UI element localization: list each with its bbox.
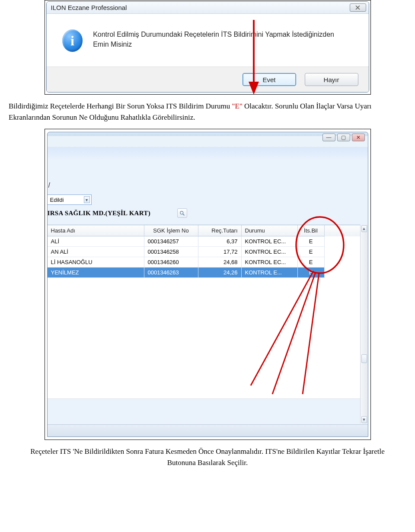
table-row[interactable]: YENİLMEZ000134626324,26KONTROL E...E [48,268,360,278]
col-its[interactable]: İts.Bil [298,225,325,236]
cell-hasta: AN ALİ [48,247,144,257]
yes-button[interactable]: Evet [243,73,296,86]
cell-its: E [298,236,325,247]
cell-sgk: 0001346258 [144,247,198,257]
grid-empty-area [48,278,360,399]
dialog-title: ILON Eczane Professional [51,4,127,11]
confirmation-dialog-frame: ILON Eczane Professional i Kontrol Edilm… [45,0,371,95]
cell-durum: KONTROL E... [242,268,298,278]
caption-2: Reçeteler ITS 'Ne Bildirildikten Sonra F… [28,446,387,468]
svg-point-2 [180,211,183,214]
cell-sgk: 0001346257 [144,236,198,247]
table-row[interactable]: AN ALİ000134625817,72KONTROL EC...E [48,247,360,257]
status-combo[interactable]: Edildi ▾ [48,194,92,205]
col-hasta[interactable]: Hasta Adı [48,225,144,236]
no-button[interactable]: Hayır [305,73,358,86]
cell-hasta: Lİ HASANOĞLU [48,257,144,268]
cell-hasta: ALİ [48,236,144,247]
cell-durum: KONTROL EC... [242,236,298,247]
info-icon: i [62,29,83,52]
cell-its: E [298,268,325,278]
scroll-up-arrow[interactable]: ▲ [361,225,367,232]
col-tutar[interactable]: Reç.Tutarı [198,225,242,236]
partial-tab-mark: / [48,182,50,189]
cell-tutar: 6,37 [198,236,242,247]
dialog-body: i Kontrol Edilmiş Durumundaki Reçeteleri… [47,14,369,67]
prescription-grid[interactable]: Hasta Adı SGK İşlem No Reç.Tutarı Durumu… [48,225,360,399]
minimize-button[interactable]: — [322,134,335,141]
table-row[interactable]: Lİ HASANOĞLU000134626024,68KONTROL EC...… [48,257,360,268]
search-button[interactable] [177,208,187,218]
close-button[interactable] [350,3,366,12]
caption-1: Bildirdiğimiz Reçetelerde Herhangi Bir S… [9,101,406,123]
caption-1-pre: Bildirdiğimiz Reçetelerde Herhangi Bir S… [9,102,232,110]
cell-durum: KONTROL EC... [242,247,298,257]
table-row[interactable]: ALİ00013462576,37KONTROL EC...E [48,236,360,247]
scroll-down-arrow[interactable]: ▼ [361,416,367,423]
svg-line-3 [183,214,184,215]
caption-1-red: "E" [232,102,243,110]
col-durum[interactable]: Durumu [242,225,298,236]
maximize-button[interactable]: ▢ [337,134,350,141]
close-icon [355,5,360,10]
grid-window: — ▢ ✕ / Edildi ▾ IRSA SAĞLIK MD.(YEŞİL K… [47,132,368,437]
cell-sgk: 0001346260 [144,257,198,268]
client-area: / Edildi ▾ IRSA SAĞLIK MD.(YEŞİL KART) H… [48,147,368,436]
dialog-titlebar: ILON Eczane Professional [47,2,369,14]
window-close-button[interactable]: ✕ [352,134,365,141]
cell-tutar: 24,26 [198,268,242,278]
magnifier-icon [179,210,185,216]
cell-tutar: 17,72 [198,247,242,257]
vertical-scrollbar[interactable]: ▲ ▼ [360,225,368,424]
cell-its: E [298,247,325,257]
scroll-thumb[interactable] [361,354,367,363]
cell-its: E [298,257,325,268]
grid-bottom-bar [48,424,368,436]
grid-window-frame: — ▢ ✕ / Edildi ▾ IRSA SAĞLIK MD.(YEŞİL K… [45,129,371,440]
cell-hasta: YENİLMEZ [48,268,144,278]
header-label: IRSA SAĞLIK MD.(YEŞİL KART) [48,210,150,217]
cell-sgk: 0001346263 [144,268,198,278]
cell-durum: KONTROL EC... [242,257,298,268]
status-combo-value: Edildi [50,197,64,203]
grid-header: Hasta Adı SGK İşlem No Reç.Tutarı Durumu… [48,225,360,236]
dialog-message: Kontrol Edilmiş Durumundaki Reçetelerin … [93,29,351,49]
dialog-button-row: Evet Hayır [47,67,369,92]
cell-tutar: 24,68 [198,257,242,268]
confirmation-dialog: ILON Eczane Professional i Kontrol Edilm… [46,1,369,92]
chevron-down-icon: ▾ [84,196,90,203]
window-controls: — ▢ ✕ [322,134,365,141]
col-sgk[interactable]: SGK İşlem No [144,225,198,236]
